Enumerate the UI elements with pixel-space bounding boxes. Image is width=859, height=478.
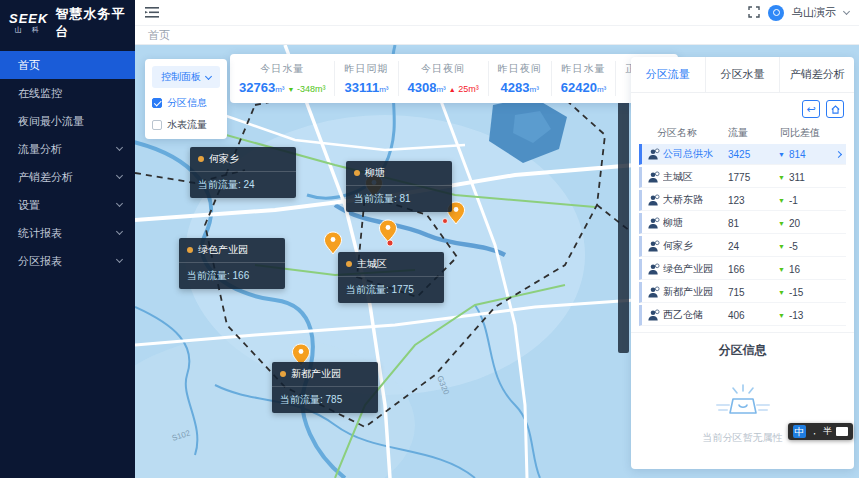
sidebar-menu: 首页 在线监控 夜间最小流量 流量分析 产销差分析 设置 统计报表 分区报表	[0, 51, 135, 275]
tooltip-dot-icon	[198, 156, 204, 162]
trend-up-icon: ▲	[449, 86, 456, 93]
control-panel-button[interactable]: 控制面板	[152, 66, 220, 88]
fullscreen-icon[interactable]	[748, 4, 760, 22]
table-row[interactable]: 大桥东路 123 ▼-1	[639, 190, 846, 211]
app-title: 智慧水务平台	[55, 5, 135, 41]
person-icon	[647, 148, 663, 161]
sidebar-item-settings[interactable]: 设置	[0, 191, 135, 219]
smart-water-platform: SEEK 山 科 智慧水务平台 首页 在线监控 夜间最小流量 流量分析 产销差分…	[0, 0, 859, 478]
sidebar-item-flow-analysis[interactable]: 流量分析	[0, 135, 135, 163]
sidebar-item-night-min-flow[interactable]: 夜间最小流量	[0, 107, 135, 135]
person-icon	[647, 309, 663, 322]
tooltip-dot-icon	[280, 371, 286, 377]
trend-down-icon: ▼	[778, 289, 785, 296]
stat-yesterday-same-period: 昨日同期 33111m³	[335, 61, 398, 96]
checkbox-checked-icon[interactable]	[152, 98, 162, 108]
tooltip-dot-icon	[346, 261, 352, 267]
sidebar-collapse-icon[interactable]	[145, 4, 159, 22]
chevron-down-icon	[116, 228, 123, 235]
home-icon[interactable]	[826, 100, 844, 118]
checkbox-partition-info[interactable]: 分区信息	[152, 96, 220, 110]
stat-yesterday-night: 昨日夜间 4283m³	[489, 61, 552, 96]
chevron-down-icon[interactable]	[843, 7, 850, 14]
keyboard-icon[interactable]	[836, 427, 848, 436]
brand-logo-mark: SEEK 山 科	[9, 12, 48, 34]
sidebar-item-home[interactable]: 首页	[0, 51, 135, 79]
trend-down-icon: ▼	[778, 151, 785, 158]
chevron-down-icon	[116, 144, 123, 151]
person-icon	[647, 240, 663, 253]
map-tooltip-hejiaxiang[interactable]: 何家乡 当前流量: 24	[190, 147, 296, 198]
map-tooltip-xindu-industrial-park[interactable]: 新都产业园 当前流量: 785	[272, 362, 378, 413]
chevron-down-icon	[205, 72, 212, 79]
table-row[interactable]: 柳塘 81 ▼20	[639, 213, 846, 234]
avatar[interactable]	[768, 5, 784, 21]
chevron-right-icon[interactable]	[836, 152, 846, 157]
table-row[interactable]: 西乙仓储 406 ▼-13	[639, 305, 846, 326]
panel-toolbar: ↩	[631, 93, 854, 122]
stat-today-night: 今日夜间 4308m³▲ 25m³	[399, 61, 489, 96]
sidebar-item-online-monitoring[interactable]: 在线监控	[0, 79, 135, 107]
brand-logo-text: SEEK	[9, 12, 48, 26]
content-area: G320 S102 今日水量	[135, 45, 859, 478]
panel-tabs: 分区流量 分区水量 产销差分析	[631, 57, 854, 93]
person-icon	[647, 286, 663, 299]
brand-logo: SEEK 山 科 智慧水务平台	[0, 0, 135, 45]
breadcrumb: 首页	[135, 26, 859, 45]
chevron-down-icon	[116, 200, 123, 207]
ime-language-button[interactable]: 中	[793, 425, 806, 438]
table-row[interactable]: 新都产业园 715 ▼-15	[639, 282, 846, 303]
main-area: 乌山演示 首页	[135, 0, 859, 478]
tooltip-dot-icon	[354, 170, 360, 176]
stat-today-volume: 今日水量 32763m³▼ -348m³	[230, 61, 335, 96]
partition-info-section: 分区信息 当前分区暂无属性	[631, 332, 854, 469]
tab-partition-flow[interactable]: 分区流量	[631, 57, 706, 92]
username: 乌山演示	[792, 5, 836, 20]
sidebar-item-partition-report[interactable]: 分区报表	[0, 247, 135, 275]
sidebar: SEEK 山 科 智慧水务平台 首页 在线监控 夜间最小流量 流量分析 产销差分…	[0, 0, 135, 478]
tab-nrw-analysis[interactable]: 产销差分析	[780, 57, 854, 92]
breadcrumb-home[interactable]: 首页	[148, 28, 170, 43]
top-bar: 乌山演示	[135, 0, 859, 26]
table-row[interactable]: 公司总供水 3425 ▼814	[639, 144, 846, 165]
trend-down-icon: ▼	[778, 243, 785, 250]
table-row[interactable]: 绿色产业园 166 ▼16	[639, 259, 846, 280]
chevron-down-icon	[116, 172, 123, 179]
person-icon	[647, 171, 663, 184]
trend-down-icon: ▼	[778, 266, 785, 273]
checkbox-meter-flow[interactable]: 水表流量	[152, 118, 220, 132]
map-tooltip-main-city[interactable]: 主城区 当前流量: 1775	[338, 252, 444, 303]
chevron-down-icon	[116, 256, 123, 263]
red-dot-marker	[387, 240, 393, 246]
sidebar-item-statistics-report[interactable]: 统计报表	[0, 219, 135, 247]
trend-down-icon: ▼	[778, 220, 785, 227]
empty-state-text: 当前分区暂无属性	[703, 431, 783, 445]
partition-info-title: 分区信息	[719, 333, 767, 359]
person-icon	[647, 194, 663, 207]
map-tooltip-liutang[interactable]: 柳塘 当前流量: 81	[346, 161, 452, 212]
checkbox-unchecked-icon[interactable]	[152, 120, 162, 130]
stat-yesterday-volume: 昨日水量 62420m³	[552, 61, 616, 96]
ime-punctuation[interactable]: ，	[810, 425, 819, 438]
person-icon	[647, 263, 663, 276]
trend-down-icon: ▼	[778, 312, 785, 319]
back-icon[interactable]: ↩	[802, 100, 820, 118]
sidebar-item-nrw-analysis[interactable]: 产销差分析	[0, 163, 135, 191]
ime-width-mode[interactable]: 半	[823, 425, 832, 438]
brand-logo-subtext: 山 科	[9, 26, 48, 34]
table-header: 分区名称 流量 同比差值	[631, 122, 854, 144]
map-zoom-slider[interactable]	[618, 85, 629, 353]
person-icon	[647, 217, 663, 230]
stats-bar: 今日水量 32763m³▼ -348m³ 昨日同期 33111m³ 今日夜间 4…	[230, 54, 678, 103]
red-dot-marker	[443, 219, 448, 224]
empty-state: 当前分区暂无属性	[703, 359, 783, 469]
trend-down-icon: ▼	[778, 197, 785, 204]
ime-toolbar[interactable]: 中 ， 半	[788, 423, 853, 440]
tab-partition-volume[interactable]: 分区水量	[706, 57, 781, 92]
map-tooltip-green-industrial-park[interactable]: 绿色产业园 当前流量: 166	[179, 238, 285, 289]
table-row[interactable]: 主城区 1775 ▼311	[639, 167, 846, 188]
table-row[interactable]: 何家乡 24 ▼-5	[639, 236, 846, 257]
map-control-panel: 控制面板 分区信息 水表流量	[145, 59, 227, 139]
partition-panel: 分区流量 分区水量 产销差分析 ↩ 分区名称 流量 同比差值	[631, 57, 854, 469]
trend-down-icon: ▼	[287, 86, 294, 93]
